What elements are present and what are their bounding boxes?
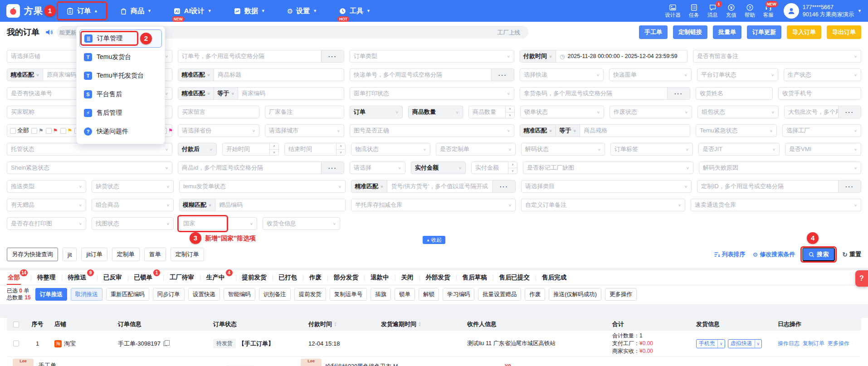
filter-waybill[interactable]: 快递面单∨ xyxy=(609,68,692,81)
batch-button-更多操作[interactable]: 更多操作 xyxy=(605,288,637,301)
filter-has-print-image[interactable]: 是否存在打印图∨ xyxy=(7,217,86,230)
filter-pay-after[interactable]: 付款后∨ xyxy=(178,143,217,156)
log-link-更多操作[interactable]: 更多操作 xyxy=(828,340,849,347)
tasks-shortcut[interactable]: 任务 xyxy=(689,4,699,19)
number-stepper[interactable]: ∧∨ xyxy=(336,143,345,155)
checkbox[interactable] xyxy=(31,128,37,134)
filter-find-image-status[interactable]: 找图状态∨ xyxy=(92,217,174,230)
filter-receive-warehouse-info[interactable]: 收货仓信息∨ xyxy=(263,217,340,230)
tab-提前发货[interactable]: 提前发货 xyxy=(242,270,267,285)
filter-push-type[interactable]: 推送类型∨ xyxy=(7,180,86,193)
tab-售后草稿[interactable]: 售后草稿 xyxy=(463,270,487,285)
filter-amount-value[interactable]: 实付金额∧∨ xyxy=(471,161,517,174)
more-options-button[interactable]: ··· xyxy=(667,88,690,99)
filter-qty-value[interactable]: 商品数量∧∨ xyxy=(468,106,515,118)
filter-has-message-note[interactable]: 是否有留言备注∨ xyxy=(693,50,861,63)
quick-filter-custom-order-button[interactable]: 定制单 xyxy=(112,248,140,261)
checkbox[interactable] xyxy=(60,128,66,134)
import-orders-button[interactable]: 导入订单 xyxy=(787,25,821,39)
nav-item-ai-design[interactable]: Ai AI设计 ▼ NEW xyxy=(167,0,218,22)
checkbox[interactable] xyxy=(10,128,16,134)
menu-item-Temu发货台[interactable]: TTemu发货台 xyxy=(79,48,162,66)
filter-product-id[interactable]: 商品id，多个用逗号或空格分隔··· xyxy=(178,161,344,174)
more-options-button[interactable]: ··· xyxy=(493,181,515,192)
menu-item-售后管理[interactable]: ⚡售后管理 xyxy=(79,104,162,122)
shipping-chip-手机壳[interactable]: 手机壳∨ xyxy=(696,339,725,348)
filter-orig-merchant-code-prefix[interactable]: 精准匹配∨ xyxy=(7,69,43,81)
nav-item-settings[interactable]: ⚙ 设置 ▼ xyxy=(281,0,323,22)
tab-待推送[interactable]: 待推送9 xyxy=(68,270,87,285)
filter-waybill-print-status[interactable]: 面单打印状态∨ xyxy=(350,87,514,100)
filter-city[interactable]: 请选择城市∨ xyxy=(265,124,344,137)
batch-button-解锁[interactable]: 解锁 xyxy=(419,288,439,301)
log-link-复制订单[interactable]: 复制订单 xyxy=(803,340,824,347)
quick-filter-jit-order-button[interactable]: jit订单 xyxy=(81,248,107,261)
batch-button-取消推送[interactable]: 取消推送 xyxy=(71,288,102,301)
more-options-button[interactable]: ··· xyxy=(491,69,514,81)
user-menu[interactable]: 177****5667 90146 方果商家演示 ▼ xyxy=(784,3,862,19)
filter-semi-warehouse-deduct[interactable]: 半托库存扣减仓库∨ xyxy=(351,199,516,211)
filter-merchant-code-prefix[interactable]: 精准匹配∨ xyxy=(178,88,214,99)
batch-button-设置快递[interactable]: 设置快递 xyxy=(188,288,220,301)
filter-custody-status[interactable]: 托管状态∨ xyxy=(7,143,172,156)
filter-product-title-prefix[interactable]: 精准匹配∨ xyxy=(178,69,214,81)
checkbox[interactable] xyxy=(46,128,52,134)
filter-gift-code-prefix[interactable]: 模糊匹配∨ xyxy=(180,199,215,211)
number-stepper[interactable]: ∧∨ xyxy=(505,106,514,118)
tab-全部[interactable]: 全部14 xyxy=(8,270,20,285)
more-options-button[interactable]: ··· xyxy=(838,106,861,118)
list-sort-link[interactable]: 列表排序 xyxy=(714,250,746,259)
filter-logistics-status[interactable]: 物流状态∨ xyxy=(351,143,430,156)
filter-temu-urgent-status[interactable]: Temu紧急状态∨ xyxy=(696,124,777,137)
filter-amount-field[interactable]: 实付金额∨ xyxy=(411,161,466,174)
tab-生产中[interactable]: 生产中4 xyxy=(206,270,225,285)
sort-carets-icon[interactable]: ▲▼ xyxy=(334,322,337,327)
order-update-button[interactable]: 订单更新 xyxy=(747,25,781,39)
filter-is-custom-order[interactable]: 是否定制单∨ xyxy=(436,143,516,156)
manual-order-button[interactable]: 手工单 xyxy=(639,25,668,39)
menu-item-平台售后[interactable]: S平台售后 xyxy=(79,85,162,103)
designer-shortcut[interactable]: 设计器 xyxy=(665,4,681,19)
checkbox[interactable] xyxy=(13,341,19,346)
batch-button-识别备注[interactable]: 识别备注 xyxy=(259,288,291,301)
filter-product-spec[interactable]: 精准匹配∨等于∨商品规格 xyxy=(520,124,690,137)
filter-big-batch-no[interactable]: 大包批次号，多个用··· xyxy=(784,106,861,118)
support-shortcut[interactable]: NEW 客服 xyxy=(763,4,774,19)
batch-button-复制运单号[interactable]: 复制运单号 xyxy=(330,288,367,301)
modify-search-link[interactable]: ⚙ 修改搜索条件 xyxy=(753,250,795,259)
batch-button-提前发货[interactable]: 提前发货 xyxy=(294,288,326,301)
filter-custom-id[interactable]: 定制ID，多个用逗号或空格分隔··· xyxy=(697,180,861,193)
filter-pay-time-range[interactable]: 付款时间∨◷2025-11-28 00:00:00 - 2025-12-04 2… xyxy=(520,50,688,63)
help-shortcut[interactable]: ? 帮助 xyxy=(745,4,755,19)
filter-province[interactable]: 请选择省份∨ xyxy=(178,124,259,137)
filter-combo-product[interactable]: 组合商品∨ xyxy=(92,199,174,211)
batch-button-批量设置赠品[interactable]: 批量设置赠品 xyxy=(478,288,521,301)
batch-button-学习编码[interactable]: 学习编码 xyxy=(443,288,474,301)
filter-order-tag[interactable]: 订单标签∨ xyxy=(610,143,693,156)
tab-已锁单[interactable]: 已锁单1 xyxy=(134,270,153,285)
sort-carets-icon[interactable]: ▲▼ xyxy=(418,322,421,327)
filter-buyer-message[interactable]: 买家留言 xyxy=(178,106,259,118)
floating-help-button[interactable]: ? xyxy=(855,270,868,287)
tab-部分发货[interactable]: 部分发货 xyxy=(334,270,358,285)
filter-product-spec-prefix[interactable]: 等于∨ xyxy=(556,125,580,137)
tab-工厂待审[interactable]: 工厂待审 xyxy=(170,270,194,285)
filter-amount-scope[interactable]: 请选择∨ xyxy=(350,161,405,174)
filter-custom-order-note[interactable]: 自定义订单备注∨ xyxy=(521,199,685,211)
batch-button-同步订单[interactable]: 同步订单 xyxy=(153,288,185,301)
filter-has-gift[interactable]: 有无赠品∨ xyxy=(7,199,86,211)
filter-order-scope[interactable]: 订单∨ xyxy=(350,106,403,118)
more-options-button[interactable]: ··· xyxy=(321,162,344,174)
flag-filter-1[interactable]: ⚑ xyxy=(46,128,58,134)
filter-production-status[interactable]: 生产状态∨ xyxy=(784,68,861,81)
tab-作废[interactable]: 作废 xyxy=(309,270,322,285)
number-stepper[interactable]: ∧∨ xyxy=(508,162,517,174)
tab-售后已提交[interactable]: 售后已提交 xyxy=(499,270,530,285)
tab-已打包[interactable]: 已打包 xyxy=(279,270,297,285)
filter-shein-urgent-status[interactable]: Shein紧急状态∨ xyxy=(7,161,172,174)
filter-decode-status[interactable]: 解码状态∨ xyxy=(521,143,605,156)
quick-filter-jit-button[interactable]: jit xyxy=(63,248,77,261)
filter-express[interactable]: 选择快递∨ xyxy=(520,68,604,81)
filter-receiver-name[interactable]: 收货姓名 xyxy=(696,87,773,100)
filter-product-spec-prefix[interactable]: 精准匹配∨ xyxy=(520,125,556,137)
